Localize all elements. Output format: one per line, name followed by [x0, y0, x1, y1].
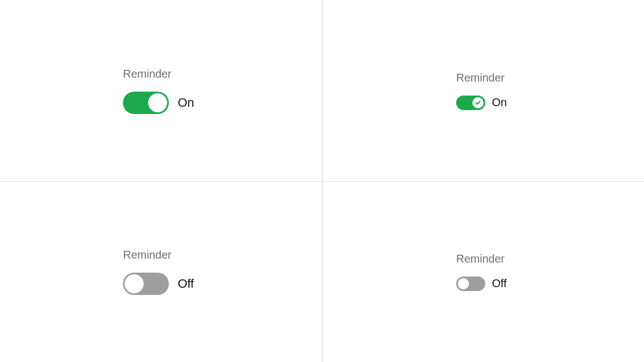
toggle-thumb — [125, 274, 144, 293]
toggle-status: Off — [178, 277, 194, 291]
toggle-status: Off — [492, 277, 506, 290]
toggle-label: Reminder — [123, 68, 322, 80]
toggle-status: On — [492, 96, 507, 109]
toggle-label: Reminder — [456, 253, 644, 265]
toggle-label: Reminder — [123, 249, 322, 261]
horizontal-divider — [0, 181, 644, 182]
toggle-thumb — [458, 278, 469, 289]
reminder-toggle-large-on[interactable] — [123, 92, 169, 114]
reminder-toggle-small-off[interactable] — [456, 277, 485, 291]
reminder-toggle-small-on[interactable] — [456, 96, 485, 110]
check-icon — [475, 99, 481, 106]
toggle-status: On — [178, 96, 194, 110]
toggle-thumb — [148, 93, 167, 112]
reminder-toggle-large-off[interactable] — [123, 273, 169, 295]
toggle-thumb — [472, 97, 484, 108]
toggle-label: Reminder — [456, 72, 644, 84]
